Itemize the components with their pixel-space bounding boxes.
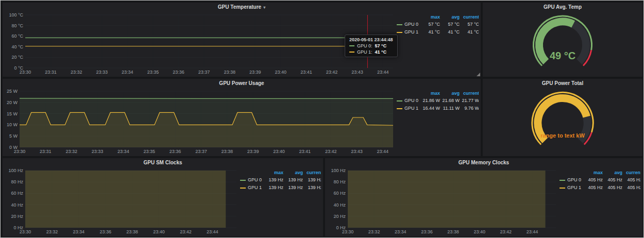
legend-series-toggle[interactable]: GPU 1 xyxy=(396,105,421,112)
svg-text:23:41: 23:41 xyxy=(299,149,311,154)
legend-column-header: current xyxy=(304,169,321,176)
series-color-dash-icon xyxy=(240,180,246,181)
grafana-dashboard: GPU Temperature▾ 2020-05-01 23:44:48 GPU… xyxy=(0,0,644,238)
svg-text:0 Hz: 0 Hz xyxy=(13,225,23,230)
tooltip-row: GPU 1: 41 °C xyxy=(349,49,393,55)
legend-column-header: current xyxy=(461,90,479,97)
svg-text:40 °C: 40 °C xyxy=(11,44,23,49)
panel-title-text: GPU Memory Clocks xyxy=(459,160,509,165)
legend-stat-value: 139 Hz xyxy=(284,184,304,192)
svg-text:23:32: 23:32 xyxy=(71,70,82,75)
gpu-power-total-gauge: range to text kW xyxy=(485,88,640,155)
svg-text:23:36: 23:36 xyxy=(99,229,111,234)
legend-stat-value: 41 °C xyxy=(421,28,441,36)
svg-text:23:38: 23:38 xyxy=(447,229,459,234)
legend-column-header: avg xyxy=(441,14,461,21)
panel-gpu-temperature: GPU Temperature▾ 2020-05-01 23:44:48 GPU… xyxy=(3,3,481,77)
legend-series-toggle[interactable]: GPU 0 xyxy=(396,21,421,28)
panel-title-gpu-avg-temp[interactable]: GPU Avg. Temp xyxy=(483,3,642,12)
panel-title-gpu-power-usage[interactable]: GPU Power Usage xyxy=(3,79,481,88)
svg-text:23:44: 23:44 xyxy=(527,229,538,234)
svg-text:100 Hz: 100 Hz xyxy=(8,168,23,173)
svg-text:80 Hz: 80 Hz xyxy=(333,179,346,184)
series-color-dash-icon xyxy=(349,45,354,46)
panel-gpu-power-usage: GPU Power Usage 23:3023:3123:3223:3323:3… xyxy=(3,79,481,156)
panel-title-gpu-memory-clocks[interactable]: GPU Memory Clocks xyxy=(325,158,642,167)
legend-stat-value: 405 Hz xyxy=(604,184,623,192)
svg-text:23:32: 23:32 xyxy=(46,229,58,234)
panel-gpu-avg-temp: GPU Avg. Temp 49 °C xyxy=(483,3,642,77)
svg-text:23:37: 23:37 xyxy=(198,70,210,75)
legend-column-header: current xyxy=(623,169,640,176)
svg-text:23:42: 23:42 xyxy=(326,70,338,75)
svg-text:23:43: 23:43 xyxy=(351,70,363,75)
chevron-down-icon: ▾ xyxy=(263,5,265,10)
svg-text:23:32: 23:32 xyxy=(65,149,77,154)
svg-text:23:40: 23:40 xyxy=(273,149,285,154)
legend-series-toggle[interactable]: GPU 0 xyxy=(396,97,421,105)
svg-text:20 Hz: 20 Hz xyxy=(11,214,23,219)
svg-text:60 °C: 60 °C xyxy=(11,33,23,39)
svg-text:23:38: 23:38 xyxy=(222,149,233,154)
legend-stat-value: 21.68 W xyxy=(441,97,461,105)
series-color-dash-icon xyxy=(560,188,565,189)
legend-stat-value: 139 Hz xyxy=(304,184,321,192)
gpu-memory-clocks-chart[interactable]: 23:3023:3223:3423:3623:3823:4023:4223:44… xyxy=(327,167,559,235)
legend-series-toggle[interactable]: GPU 1 xyxy=(559,184,584,192)
legend-column-header: avg xyxy=(441,90,461,97)
svg-text:25 W: 25 W xyxy=(7,89,18,94)
series-color-dash-icon xyxy=(560,180,565,181)
panel-gpu-memory-clocks: GPU Memory Clocks 23:3023:3223:3423:3623… xyxy=(325,158,642,236)
legend-stat-value: 139 Hz xyxy=(265,176,284,184)
svg-text:23:37: 23:37 xyxy=(195,149,207,154)
legend-stat-value: 405 Hz xyxy=(623,176,640,184)
legend-stat-value: 139 Hz xyxy=(304,176,321,184)
svg-text:23:34: 23:34 xyxy=(395,229,406,234)
svg-text:0 °C: 0 °C xyxy=(14,65,23,71)
svg-text:23:44: 23:44 xyxy=(377,149,389,154)
panel-resize-handle[interactable] xyxy=(477,73,480,76)
panel-title-gpu-sm-clocks[interactable]: GPU SM Clocks xyxy=(3,158,323,167)
svg-text:23:33: 23:33 xyxy=(92,149,104,154)
panel-gpu-power-total: GPU Power Total range to text kW xyxy=(483,79,642,156)
svg-text:23:40: 23:40 xyxy=(275,70,287,75)
panel-title-text: GPU Power Usage xyxy=(219,80,264,86)
svg-text:23:39: 23:39 xyxy=(247,149,259,154)
gpu-power-usage-chart[interactable]: 23:3023:3123:3223:3323:3423:3523:3623:37… xyxy=(5,88,396,155)
tooltip-row: GPU 0: 57 °C xyxy=(349,43,393,48)
svg-text:80 °C: 80 °C xyxy=(11,23,23,28)
svg-text:23:40: 23:40 xyxy=(473,229,485,234)
series-color-dash-icon xyxy=(397,24,402,25)
svg-text:80 Hz: 80 Hz xyxy=(11,179,23,184)
panel-title-gpu-power-total[interactable]: GPU Power Total xyxy=(483,79,642,88)
gpu-avg-temp-gauge: 49 °C xyxy=(485,12,640,76)
svg-text:60 Hz: 60 Hz xyxy=(11,191,23,196)
svg-text:60 Hz: 60 Hz xyxy=(333,191,346,196)
legend-column-header: max xyxy=(584,169,604,176)
legend-series-toggle[interactable]: GPU 1 xyxy=(240,184,265,192)
tooltip-series-value: 41 °C xyxy=(375,49,387,55)
svg-text:0 W: 0 W xyxy=(9,145,18,150)
gauge-value-text: 49 °C xyxy=(550,50,575,61)
legend-series-toggle[interactable]: GPU 0 xyxy=(559,176,584,184)
gpu-temperature-chart[interactable]: 2020-05-01 23:44:48 GPU 0: 57 °C GPU 1: … xyxy=(5,12,396,76)
gpu-sm-clocks-chart[interactable]: 23:3023:3223:3423:3623:3823:4023:4223:44… xyxy=(5,167,240,235)
legend-column-header: avg xyxy=(604,169,623,176)
panel-title-gpu-temperature[interactable]: GPU Temperature▾ xyxy=(3,3,481,12)
series-color-dash-icon xyxy=(240,188,246,189)
legend-stat-value: 11.11 W xyxy=(441,105,461,112)
svg-text:23:42: 23:42 xyxy=(180,229,192,234)
svg-text:23:36: 23:36 xyxy=(421,229,433,234)
svg-text:23:42: 23:42 xyxy=(500,229,512,234)
svg-text:5 W: 5 W xyxy=(9,133,18,139)
legend-stat-value: 405 Hz xyxy=(584,184,604,192)
tooltip-series-value: 57 °C xyxy=(375,43,387,48)
legend-series-toggle[interactable]: GPU 1 xyxy=(396,28,421,36)
legend-stat-value: 139 Hz xyxy=(265,184,284,192)
svg-text:23:43: 23:43 xyxy=(351,149,363,154)
legend-series-toggle[interactable]: GPU 0 xyxy=(240,176,265,184)
svg-text:23:34: 23:34 xyxy=(117,149,129,154)
panel-gpu-sm-clocks: GPU SM Clocks 23:3023:3223:3423:3623:382… xyxy=(3,158,323,236)
svg-text:23:33: 23:33 xyxy=(96,70,108,75)
svg-text:23:44: 23:44 xyxy=(207,229,218,234)
